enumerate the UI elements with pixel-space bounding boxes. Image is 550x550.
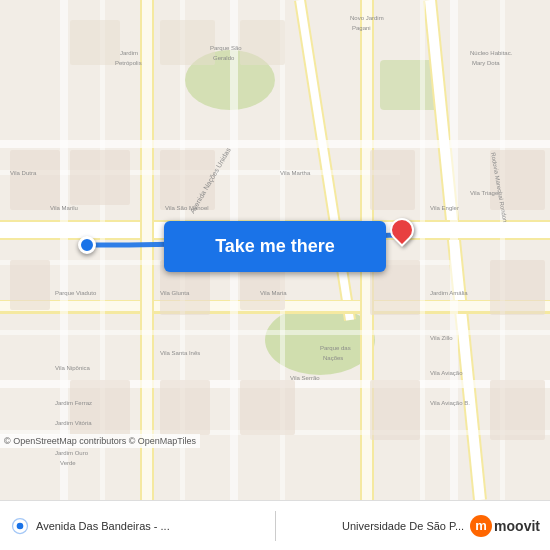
- osm-credit: © OpenStreetMap contributors © OpenMapTi…: [0, 434, 200, 448]
- svg-rect-29: [10, 150, 60, 210]
- svg-rect-31: [70, 150, 130, 205]
- svg-rect-46: [240, 20, 285, 65]
- moovit-text: moovit: [494, 518, 540, 534]
- svg-text:Parque São: Parque São: [210, 45, 242, 51]
- svg-rect-39: [70, 380, 130, 440]
- svg-rect-12: [142, 0, 152, 500]
- svg-text:Pagani: Pagani: [352, 25, 371, 31]
- svg-rect-40: [160, 380, 210, 435]
- svg-text:Verde: Verde: [60, 460, 76, 466]
- bottom-bar: Avenida Das Bandeiras - ... Universidade…: [0, 500, 550, 550]
- svg-text:Vila Aviação: Vila Aviação: [430, 370, 463, 376]
- svg-rect-45: [160, 20, 215, 65]
- svg-text:Vila Dutra: Vila Dutra: [10, 170, 37, 176]
- svg-rect-42: [370, 380, 420, 440]
- svg-text:Vila Serrão: Vila Serrão: [290, 375, 320, 381]
- svg-text:Novo Jardim: Novo Jardim: [350, 15, 384, 21]
- svg-rect-19: [450, 0, 458, 500]
- svg-text:Jardim Ferraz: Jardim Ferraz: [55, 400, 92, 406]
- svg-rect-44: [70, 20, 120, 65]
- svg-text:Vila Zillo: Vila Zillo: [430, 335, 453, 341]
- svg-point-79: [16, 521, 24, 529]
- svg-rect-27: [420, 0, 425, 500]
- moovit-logo: m moovit: [470, 512, 540, 540]
- origin-icon: [10, 516, 30, 536]
- origin-marker: [78, 236, 96, 254]
- svg-rect-41: [240, 380, 295, 435]
- svg-text:Vila Santa Inês: Vila Santa Inês: [160, 350, 200, 356]
- destination-label: Universidade De São P...: [342, 520, 464, 532]
- svg-rect-15: [0, 140, 550, 148]
- svg-text:Vila São Manoel: Vila São Manoel: [165, 205, 209, 211]
- svg-text:Vila Maria: Vila Maria: [260, 290, 287, 296]
- svg-rect-36: [370, 150, 415, 210]
- svg-text:Petrópolis: Petrópolis: [115, 60, 142, 66]
- svg-text:Vila Engler: Vila Engler: [430, 205, 459, 211]
- svg-line-6: [300, 0, 350, 320]
- map-container: Avenida Nações Unidas Vila Martha Vila G…: [0, 0, 550, 500]
- destination-section[interactable]: Universidade De São P... m moovit: [276, 512, 551, 540]
- take-me-there-button[interactable]: Take me there: [164, 221, 386, 272]
- svg-text:Jardim: Jardim: [120, 50, 138, 56]
- svg-text:Parque das: Parque das: [320, 345, 351, 351]
- svg-text:Jardim Vitória: Jardim Vitória: [55, 420, 92, 426]
- svg-text:Jardim Ouro: Jardim Ouro: [55, 450, 89, 456]
- svg-text:Vila Nipônica: Vila Nipônica: [55, 365, 91, 371]
- svg-rect-38: [490, 260, 545, 315]
- origin-label: Avenida Das Bandeiras - ...: [36, 520, 170, 532]
- svg-rect-22: [0, 330, 550, 335]
- svg-text:Vila Triager: Vila Triager: [470, 190, 500, 196]
- svg-text:Mary Dota: Mary Dota: [472, 60, 500, 66]
- svg-text:Nações: Nações: [323, 355, 343, 361]
- svg-rect-30: [10, 260, 50, 310]
- svg-text:Vila Aviação B.: Vila Aviação B.: [430, 400, 470, 406]
- svg-text:Vila Glunta: Vila Glunta: [160, 290, 190, 296]
- origin-section[interactable]: Avenida Das Bandeiras - ...: [0, 516, 275, 536]
- svg-text:Núcleo Habitac.: Núcleo Habitac.: [470, 50, 513, 56]
- svg-rect-43: [490, 380, 545, 440]
- moovit-m-icon: m: [470, 515, 492, 537]
- svg-text:Jardim Amália: Jardim Amália: [430, 290, 468, 296]
- svg-text:Vila Marilu: Vila Marilu: [50, 205, 78, 211]
- svg-text:Geraldo: Geraldo: [213, 55, 235, 61]
- svg-text:Vila Martha: Vila Martha: [280, 170, 311, 176]
- svg-text:Parque Viaduto: Parque Viaduto: [55, 290, 97, 296]
